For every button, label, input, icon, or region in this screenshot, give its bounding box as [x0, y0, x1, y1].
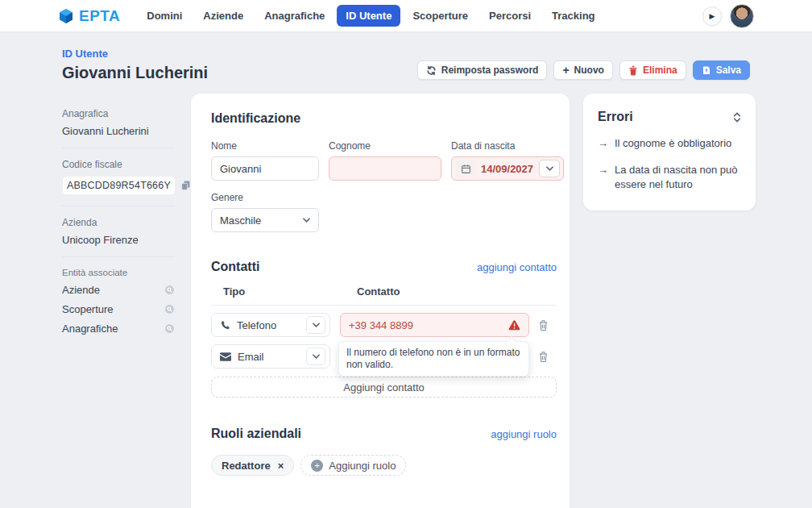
page-title: Giovanni Lucherini [62, 64, 208, 82]
delete-contact-icon[interactable] [529, 351, 557, 363]
brand-name: EPTA [79, 7, 120, 25]
genere-label: Genere [211, 192, 319, 203]
column-header-tipo: Tipo [223, 285, 357, 298]
entity-label: Scoperture [62, 303, 114, 315]
nav-menu: Domini Aziende Anagrafiche ID Utente Sco… [138, 5, 702, 27]
error-text: Il cognome è obbligatorio [615, 136, 731, 151]
dob-value: 14/09/2027 [481, 163, 533, 175]
user-avatar[interactable] [730, 4, 754, 28]
errors-panel: Errori → Il cognome è obbligatorio → La … [583, 94, 756, 210]
identification-title: Identificazione [211, 111, 557, 126]
save-button[interactable]: Salva [693, 60, 750, 80]
entity-link-anagrafiche[interactable]: Anagrafiche [62, 323, 175, 335]
epta-logo-icon [58, 8, 74, 24]
entity-link-scoperture[interactable]: Scoperture [62, 303, 175, 315]
genere-select[interactable]: Maschile [211, 208, 319, 232]
codice-fiscale-value: ABBCDD89R54T666Y [62, 176, 176, 195]
dob-dropdown-button[interactable] [539, 160, 560, 177]
contacts-table: Tipo Contatto Telefono [211, 285, 557, 398]
contact-type-select[interactable]: Email [211, 344, 330, 369]
anagrafica-label: Anagrafica [62, 108, 175, 119]
dob-label: Data di nascita [451, 140, 564, 152]
role-chip-redattore: Redattore × [211, 455, 294, 476]
cognome-input[interactable] [329, 156, 441, 181]
add-role-button-label: Aggiungi ruolo [329, 460, 396, 472]
cognome-label: Cognome [329, 140, 441, 152]
chevron-down-icon[interactable] [306, 348, 325, 365]
chevron-down-icon[interactable] [306, 316, 325, 334]
collapse-chevrons-icon[interactable] [733, 112, 741, 123]
anagrafica-value: Giovanni Lucherini [62, 125, 175, 137]
search-circle-icon [164, 285, 175, 295]
nome-input[interactable] [211, 156, 319, 181]
new-button[interactable]: + Nuovo [553, 60, 613, 80]
phone-value: +39 344 8899 [349, 319, 502, 331]
column-header-contatto: Contatto [357, 285, 400, 298]
header-actions: Reimposta password + Nuovo Elimina Sal [417, 60, 750, 82]
error-item: → La data di nascita non può essere nel … [598, 163, 741, 192]
save-label: Salva [716, 65, 741, 76]
plus-circle-icon: + [311, 460, 323, 472]
divider [62, 256, 175, 257]
genere-value: Maschile [220, 214, 296, 227]
breadcrumb[interactable]: ID Utente [62, 48, 208, 60]
play-button[interactable]: ▶ [702, 6, 722, 26]
entities-label: Entità associate [62, 268, 175, 277]
entity-label: Aziende [62, 284, 100, 296]
azienda-value: Unicoop Firenze [62, 234, 175, 246]
azienda-label: Azienda [62, 217, 175, 228]
remove-role-icon[interactable]: × [278, 460, 284, 472]
main-form-card: Identificazione Nome Cognome Data di nas… [191, 94, 570, 508]
contact-row-email: Email Il numero di telefono non è in un … [211, 344, 557, 369]
nav-item-tracking[interactable]: Tracking [543, 5, 603, 27]
nav-item-scoperture[interactable]: Scoperture [404, 5, 477, 27]
contact-type-value: Telefono [237, 319, 300, 331]
plus-icon: + [562, 64, 569, 77]
search-circle-icon [164, 323, 175, 334]
brand-logo[interactable]: EPTA [58, 7, 120, 25]
entity-label: Anagrafiche [62, 323, 118, 335]
add-contact-button[interactable]: Aggiungi contatto [211, 377, 557, 398]
entity-link-aziende[interactable]: Aziende [62, 284, 175, 296]
reset-password-button[interactable]: Reimposta password [417, 60, 548, 80]
new-label: Nuovo [574, 65, 604, 76]
contact-value-field-telefono[interactable]: +39 344 8899 [340, 313, 529, 337]
left-sidebar: Anagrafica Giovanni Lucherini Codice fis… [62, 94, 175, 342]
codice-fiscale-label: Codice fiscale [62, 159, 175, 170]
nav-item-percorsi[interactable]: Percorsi [480, 5, 540, 27]
top-navigation: EPTA Domini Aziende Anagrafiche ID Utent… [0, 0, 812, 32]
chevron-down-icon [303, 218, 310, 223]
calendar-icon [456, 160, 475, 177]
nav-right-section: ▶ [702, 4, 754, 28]
phone-icon [220, 320, 230, 331]
add-role-link[interactable]: aggiungi ruolo [491, 428, 557, 440]
contact-row-telefono: Telefono +39 344 8899 [211, 313, 557, 337]
warning-icon[interactable] [508, 320, 520, 331]
save-icon [702, 65, 711, 75]
role-chip-label: Redattore [222, 460, 271, 472]
contacts-title: Contatti [211, 260, 259, 274]
email-icon [220, 352, 231, 361]
copy-icon[interactable] [180, 180, 191, 191]
reset-password-label: Reimposta password [441, 65, 539, 76]
page-header: ID Utente Giovanni Lucherini Reimposta p… [62, 48, 750, 82]
delete-contact-icon[interactable] [529, 319, 557, 331]
delete-label: Elimina [643, 65, 677, 76]
nav-item-domini[interactable]: Domini [138, 5, 191, 27]
search-circle-icon [164, 304, 175, 314]
nav-item-id-utente[interactable]: ID Utente [337, 5, 400, 27]
arrow-right-icon: → [598, 136, 608, 151]
roles-title: Ruoli aziendali [211, 427, 301, 441]
nav-item-anagrafiche[interactable]: Anagrafiche [255, 5, 334, 27]
nav-item-aziende[interactable]: Aziende [194, 5, 252, 27]
contact-type-select[interactable]: Telefono [211, 313, 330, 337]
delete-button[interactable]: Elimina [619, 60, 686, 80]
divider [62, 148, 175, 148]
add-contact-link[interactable]: aggiungi contatto [477, 261, 557, 273]
dob-field[interactable]: 14/09/2027 [451, 156, 564, 181]
error-item: → Il cognome è obbligatorio [598, 136, 741, 151]
nome-label: Nome [211, 140, 319, 152]
validation-tooltip: Il numero di telefono non è in un format… [338, 341, 529, 377]
add-role-button[interactable]: + Aggiungi ruolo [300, 455, 406, 476]
errors-title: Errori [598, 110, 633, 124]
